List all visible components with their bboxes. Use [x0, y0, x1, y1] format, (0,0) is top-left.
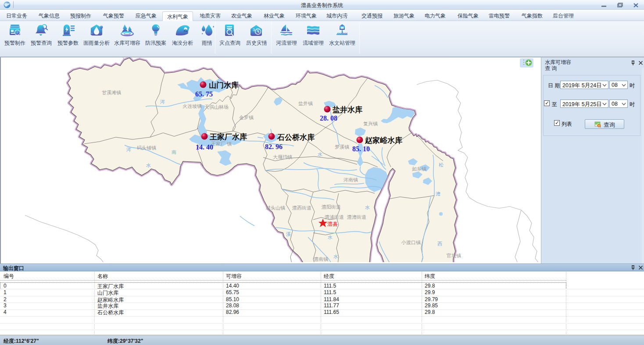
svg-text:澧阳街道: 澧阳街道: [321, 204, 341, 210]
svg-text:14. 40: 14. 40: [196, 143, 213, 151]
svg-text:澹: 澹: [436, 191, 440, 196]
svg-text:涔: 涔: [126, 147, 131, 152]
svg-text:复兴镇: 复兴镇: [363, 121, 378, 126]
svg-text:城头山镇: 城头山镇: [265, 205, 285, 210]
svg-text:盐井水库: 盐井水库: [332, 105, 362, 114]
svg-text:王家厂水库: 王家厂水库: [209, 132, 247, 141]
svg-text:65. 75: 65. 75: [195, 90, 213, 98]
svg-text:码头铺镇: 码头铺镇: [137, 145, 156, 150]
svg-text:28. 08: 28. 08: [320, 114, 337, 122]
svg-text:85. 10: 85. 10: [352, 145, 370, 153]
svg-text:3: 3: [253, 28, 255, 32]
svg-text:水: 水: [333, 254, 338, 259]
svg-text:盐井镇: 盐井镇: [298, 101, 313, 106]
svg-text:水: 水: [365, 205, 370, 210]
svg-text:溪: 溪: [286, 231, 291, 237]
svg-text:82. 96: 82. 96: [265, 143, 283, 150]
svg-text:澧浦街道: 澧浦街道: [324, 214, 344, 220]
svg-text:澧澹街道: 澧澹街道: [347, 214, 366, 220]
svg-text:水: 水: [318, 152, 322, 157]
svg-text:澧南镇: 澧南镇: [313, 256, 328, 262]
svg-text:石公桥水库: 石公桥水库: [277, 133, 315, 142]
svg-text:涔: 涔: [160, 99, 165, 104]
svg-text:水: 水: [328, 235, 333, 240]
svg-text:大堰垱镇: 大堰垱镇: [273, 154, 292, 160]
svg-text:天供山林场: 天供山林场: [204, 104, 229, 110]
svg-text:南: 南: [172, 149, 176, 155]
svg-text:甘溪滩镇: 甘溪滩镇: [102, 90, 121, 95]
svg-text:松: 松: [439, 162, 444, 167]
svg-text:澧西街道: 澧西街道: [292, 205, 311, 210]
svg-text:火连坡镇: 火连坡镇: [182, 103, 202, 109]
svg-text:山门水库: 山门水库: [209, 81, 239, 89]
svg-text:官垸镇: 官垸镇: [447, 253, 461, 258]
svg-text:赵家峪水库: 赵家峪水库: [365, 136, 402, 145]
svg-text:如东镇: 如东镇: [412, 166, 426, 171]
svg-text:金罗镇: 金罗镇: [239, 115, 254, 120]
svg-text:西: 西: [437, 241, 442, 246]
svg-text:水: 水: [146, 163, 151, 168]
svg-text:澧县: 澧县: [327, 221, 338, 227]
svg-text:小渡口镇: 小渡口镇: [401, 240, 421, 245]
svg-text:王家厂 镇: 王家厂 镇: [211, 141, 232, 146]
svg-text:涔南镇: 涔南镇: [343, 177, 358, 182]
svg-text:梦溪镇: 梦溪镇: [335, 144, 349, 149]
